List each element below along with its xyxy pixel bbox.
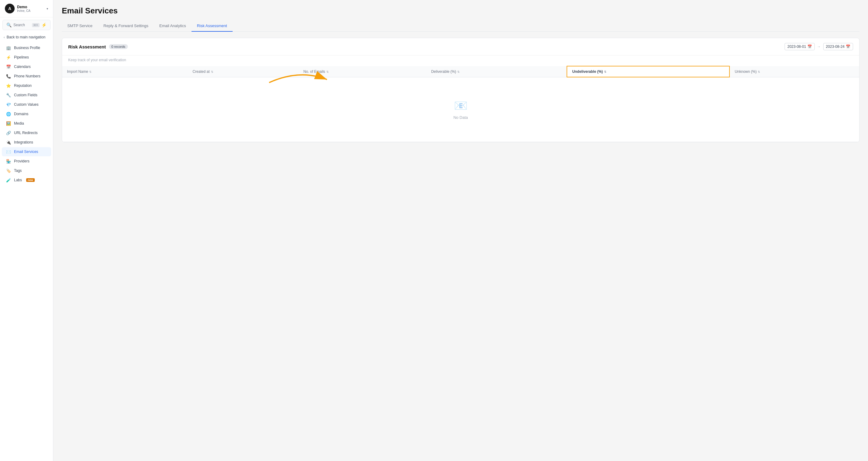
no-data-text: No Data	[453, 115, 468, 120]
sort-icon-import-name[interactable]: ⇅	[89, 70, 92, 74]
calendars-icon: 📅	[6, 64, 11, 69]
sidebar-item-url-redirects[interactable]: 🔗 URL Redirects	[2, 128, 51, 137]
sort-icon-unknown[interactable]: ⇅	[758, 70, 760, 74]
labs-icon: 🧪	[6, 178, 11, 182]
back-to-main-nav[interactable]: ‹ Back to main navigation	[0, 33, 53, 42]
search-label: Search	[13, 23, 30, 27]
calendar-icon-2: 📅	[846, 45, 850, 49]
sidebar-item-providers[interactable]: 🏪 Providers	[2, 156, 51, 166]
col-import-name: Import Name⇅	[62, 66, 188, 77]
table-wrapper: Import Name⇅Created at⇅No. of Emails⇅Del…	[62, 66, 859, 142]
date-to-value: 2023-08-24	[826, 45, 844, 49]
section-title-area: Risk Assessment 0 records	[68, 44, 128, 49]
sidebar-item-phone-numbers[interactable]: 📞 Phone Numbers	[2, 71, 51, 81]
search-icon: 🔍	[6, 23, 11, 27]
sidebar-label-business-profile: Business Profile	[14, 46, 40, 50]
sidebar-header: A Demo Irvine, CA ▾	[0, 0, 53, 17]
tabs: SMTP ServiceReply & Forward SettingsEmai…	[62, 21, 860, 32]
sort-icon-created-at[interactable]: ⇅	[211, 70, 213, 74]
risk-table: Import Name⇅Created at⇅No. of Emails⇅Del…	[62, 66, 859, 142]
section-header: Risk Assessment 0 records 2023-08-01 📅 →…	[62, 38, 859, 55]
user-name: Demo	[17, 5, 44, 9]
sidebar-label-calendars: Calendars	[14, 65, 31, 69]
sidebar-item-custom-values[interactable]: 💎 Custom Values	[2, 100, 51, 109]
sort-icon-deliverable[interactable]: ⇅	[457, 70, 460, 74]
date-to-input[interactable]: 2023-08-24 📅	[823, 43, 853, 50]
sidebar-label-reputation: Reputation	[14, 84, 32, 88]
custom-fields-icon: 🔧	[6, 93, 11, 97]
avatar: A	[5, 4, 14, 13]
back-arrow-icon: ‹	[4, 35, 5, 39]
sidebar-item-labs[interactable]: 🧪 Labs new	[2, 175, 51, 185]
tab-smtp[interactable]: SMTP Service	[62, 21, 98, 32]
sidebar-item-email-services[interactable]: ✉️ Email Services	[2, 147, 51, 156]
content-area: Risk Assessment 0 records 2023-08-01 📅 →…	[53, 32, 868, 461]
sidebar-label-pipelines: Pipelines	[14, 55, 29, 59]
date-range: 2023-08-01 📅 → 2023-08-24 📅	[784, 43, 853, 50]
email-services-icon: ✉️	[6, 149, 11, 154]
main-content: Email Services SMTP ServiceReply & Forwa…	[53, 0, 868, 461]
sidebar-label-url-redirects: URL Redirects	[14, 131, 38, 135]
sidebar-label-domains: Domains	[14, 112, 28, 116]
back-nav-label: Back to main navigation	[7, 35, 45, 39]
col-no-of-emails: No. of Emails⇅	[298, 66, 426, 77]
sidebar-item-reputation[interactable]: ⭐ Reputation	[2, 81, 51, 90]
col-unknown: Unknown (%)⇅	[730, 66, 859, 77]
chevron-down-icon[interactable]: ▾	[46, 7, 48, 10]
col-undeliverable: Undeliverable (%)⇅	[567, 66, 730, 77]
sidebar-label-labs: Labs	[14, 178, 22, 182]
sidebar-item-business-profile[interactable]: 🏢 Business Profile	[2, 43, 51, 52]
search-button[interactable]: 🔍 Search ⌘K ⚡	[2, 20, 51, 30]
sort-icon-undeliverable[interactable]: ⇅	[604, 70, 607, 74]
url-redirects-icon: 🔗	[6, 131, 11, 135]
sidebar-label-custom-values: Custom Values	[14, 103, 38, 107]
sort-icon-no-of-emails[interactable]: ⇅	[327, 70, 329, 74]
tab-reply-forward[interactable]: Reply & Forward Settings	[98, 21, 154, 32]
user-info: Demo Irvine, CA	[17, 5, 44, 12]
sidebar: A Demo Irvine, CA ▾ 🔍 Search ⌘K ⚡ ‹ Back…	[0, 0, 53, 461]
calendar-icon: 📅	[807, 45, 812, 49]
date-from-value: 2023-08-01	[787, 45, 806, 49]
tab-risk[interactable]: Risk Assessment	[191, 21, 232, 32]
section-title: Risk Assessment	[68, 44, 106, 49]
reputation-icon: ⭐	[6, 83, 11, 88]
sidebar-item-domains[interactable]: 🌐 Domains	[2, 109, 51, 118]
pipelines-icon: ⚡	[6, 55, 11, 60]
phone-numbers-icon: 📞	[6, 74, 11, 79]
page-title: Email Services	[62, 6, 860, 16]
no-data-icon: 📧	[454, 99, 468, 112]
table-container: Import Name⇅Created at⇅No. of Emails⇅Del…	[62, 66, 859, 142]
sidebar-label-custom-fields: Custom Fields	[14, 93, 37, 97]
sidebar-label-email-services: Email Services	[14, 150, 38, 154]
sidebar-item-pipelines[interactable]: ⚡ Pipelines	[2, 53, 51, 62]
integrations-icon: 🔌	[6, 140, 11, 145]
sidebar-item-tags[interactable]: 🏷️ Tags	[2, 166, 51, 175]
sidebar-item-integrations[interactable]: 🔌 Integrations	[2, 138, 51, 147]
date-range-arrow: →	[817, 45, 821, 49]
nav-section: 🏢 Business Profile ⚡ Pipelines 📅 Calenda…	[0, 42, 53, 186]
col-deliverable: Deliverable (%)⇅	[426, 66, 567, 77]
custom-values-icon: 💎	[6, 102, 11, 107]
search-shortcut: ⌘K	[32, 23, 39, 27]
tab-analytics[interactable]: Email Analytics	[154, 21, 191, 32]
col-created-at: Created at⇅	[188, 66, 298, 77]
date-from-input[interactable]: 2023-08-01 📅	[784, 43, 814, 50]
tags-icon: 🏷️	[6, 168, 11, 173]
sidebar-label-providers: Providers	[14, 159, 30, 163]
user-location: Irvine, CA	[17, 9, 44, 12]
sidebar-label-tags: Tags	[14, 169, 22, 173]
sidebar-item-custom-fields[interactable]: 🔧 Custom Fields	[2, 90, 51, 99]
badge-new: new	[26, 178, 35, 182]
no-data-area: 📧 No Data	[67, 81, 854, 138]
domains-icon: 🌐	[6, 112, 11, 116]
table-header-row: Import Name⇅Created at⇅No. of Emails⇅Del…	[62, 66, 859, 77]
media-icon: 🖼️	[6, 121, 11, 126]
section-subtitle: Keep track of your email verification	[62, 55, 859, 66]
risk-assessment-card: Risk Assessment 0 records 2023-08-01 📅 →…	[62, 38, 860, 142]
sidebar-item-media[interactable]: 🖼️ Media	[2, 119, 51, 128]
page-header: Email Services SMTP ServiceReply & Forwa…	[53, 0, 868, 32]
sidebar-label-media: Media	[14, 121, 24, 125]
providers-icon: 🏪	[6, 159, 11, 164]
sidebar-label-phone-numbers: Phone Numbers	[14, 74, 40, 78]
sidebar-item-calendars[interactable]: 📅 Calendars	[2, 62, 51, 71]
